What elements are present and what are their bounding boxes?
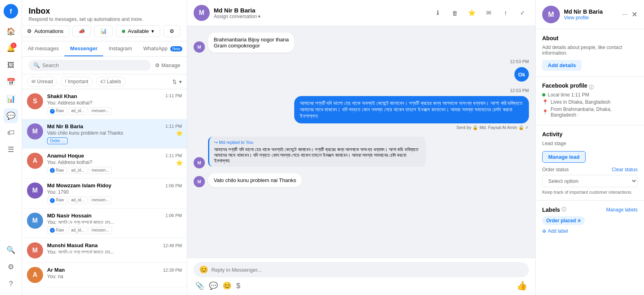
conv-tags: f Raw ad_id... messen... [47, 197, 182, 204]
attach-icon[interactable]: 📎 [195, 281, 204, 290]
remove-label-button[interactable]: × [578, 217, 581, 224]
list-item[interactable]: M Md Mowzzam Islam Ridoy 1:06 PM You: 17… [22, 178, 187, 209]
nav-notif-icon[interactable]: 🔔 1 [4, 41, 18, 55]
gear-button[interactable]: ⚙ [163, 25, 180, 37]
tab-whatsapp[interactable]: WhatsApp New [138, 41, 187, 56]
automations-button[interactable]: ⚙ Automations [21, 25, 69, 37]
message-row: M Brahmanbaria Bijoy nogor thanaGram com… [194, 33, 529, 53]
conv-name: MD Nasir Hossain [47, 213, 92, 219]
conv-time: 1:06 PM [165, 213, 182, 218]
nav-inbox-icon[interactable]: 💬 [4, 109, 18, 123]
conv-name: Shakil Khan [47, 93, 77, 99]
star-action-button[interactable]: ⭐ [465, 6, 478, 19]
email-button[interactable]: ✉ [482, 6, 495, 19]
message-row: M Valo chilo kunu problem nai Thanks [194, 173, 529, 187]
add-details-button[interactable]: Add details [542, 60, 582, 71]
conv-tag: messen... [89, 167, 112, 174]
delete-button[interactable]: 🗑 [448, 6, 461, 19]
emoji-icon[interactable]: 😊 [223, 281, 231, 290]
dollar-icon[interactable]: $ [236, 282, 240, 290]
tab-all-messages[interactable]: All messages [22, 41, 64, 56]
info-button[interactable]: ℹ [431, 6, 444, 19]
list-item[interactable]: M MD Nasir Hossain 1:06 PM You: আপনি যে … [22, 209, 187, 239]
order-status-label: Order status [542, 167, 569, 172]
conv-name: Munshi Masud Rana [47, 242, 98, 248]
list-item[interactable]: A Anamul Hoque 1:11 PM You: Address koth… [22, 149, 187, 179]
manage-lead-button[interactable]: Manage lead [542, 151, 586, 163]
more-options-button[interactable]: ··· [622, 11, 627, 18]
manage-button[interactable]: ⚙ Manage [155, 62, 180, 68]
nav-search-icon[interactable]: 🔍 [4, 243, 18, 257]
reply-bar: 😊 📎 💬 😊 $ 👍 [187, 258, 535, 295]
conv-tag: f Raw [47, 167, 67, 174]
online-dot [542, 93, 545, 96]
add-label-button[interactable]: ⊕ Add label [542, 228, 638, 234]
filter-unread[interactable]: ✉ Unread [27, 77, 57, 86]
nav-chart-icon[interactable]: 📊 [4, 92, 18, 106]
stats-button[interactable]: 📊 [94, 25, 113, 37]
conv-tags: f Raw ad_id... messen... [47, 227, 182, 234]
about-text: Add details about people, like contact i… [542, 45, 638, 56]
exclaim-button[interactable]: ! [499, 6, 512, 19]
chat-icon[interactable]: 💬 [209, 281, 218, 290]
filter-labels[interactable]: 🏷 Labels [96, 77, 125, 86]
star-icon: ⭐ [176, 130, 183, 136]
track-text: Keep track of important customer interac… [542, 190, 638, 195]
nav-settings-icon[interactable]: ⚙ [4, 260, 18, 274]
list-item[interactable]: S Shakil Khan 1:11 PM You: Address kotha… [22, 89, 187, 119]
send-button[interactable]: 👍 [516, 281, 527, 291]
right-user-name: Md Nir B Baria [564, 8, 618, 15]
conv-tag: f Raw [47, 197, 67, 204]
conv-time: 1:06 PM [165, 183, 182, 188]
tab-messenger[interactable]: Messenger [64, 41, 103, 56]
nav-calendar-icon[interactable]: 📅 [4, 75, 18, 89]
search-box[interactable]: 🔍 [29, 60, 151, 71]
list-item[interactable]: M Md Nir B Baria 1:11 PM Valo chilo kunu… [22, 119, 187, 149]
manage-labels-button[interactable]: Manage labels [606, 207, 638, 213]
order-status-select[interactable]: Select option [542, 175, 638, 187]
avatar: A [27, 267, 43, 283]
clear-status-button[interactable]: Clear status [612, 167, 638, 172]
assign-chevron: ▾ [258, 14, 260, 19]
conv-tags: f Raw ad_id... messen... [47, 167, 182, 174]
conv-preview: You: Address kothai? [47, 100, 182, 106]
activity-title: Activity [542, 131, 638, 137]
list-item[interactable]: A Ar Man 12:39 PM You: na [22, 263, 187, 287]
list-item[interactable]: M Munshi Masud Rana 12:48 PM You: আপনি য… [22, 238, 187, 263]
stats-icon: 📊 [100, 28, 107, 34]
filter-sort-icon[interactable]: ⇅ [172, 79, 177, 85]
nav-rail: f 🏠 🔔 1 🖼 📅 📊 💬 🏷 ☰ 🔍 ⚙ ? [0, 0, 22, 295]
reply-input[interactable] [211, 267, 523, 273]
chat-user-name: Md Nir B Baria [214, 7, 260, 14]
assign-conversation[interactable]: Assign conversation ▾ [214, 14, 260, 19]
labels-icon: 🏷 [100, 79, 105, 84]
whatsapp-badge: New [170, 46, 182, 51]
conv-name: Ar Man [47, 267, 65, 273]
check-button[interactable]: ✓ [516, 6, 529, 19]
sent-by-label: Sent by 🔒 Md. Faysal Al Amin 🔒 ✓ [456, 125, 529, 130]
conv-preview: Valo chilo kunu problem nai Thanks [47, 130, 182, 136]
view-profile-link[interactable]: View profile [564, 15, 618, 20]
close-panel-button[interactable]: ✕ [632, 10, 638, 19]
tab-instagram[interactable]: Instagram [103, 41, 138, 56]
reply-input-area[interactable]: 😊 [194, 262, 529, 277]
conv-body: Md Nir B Baria 1:11 PM Valo chilo kunu p… [47, 123, 182, 144]
search-input[interactable] [42, 62, 146, 68]
nav-tag-icon[interactable]: 🏷 [4, 125, 18, 140]
about-title: About [542, 35, 638, 41]
chat-avatar: M [194, 5, 210, 21]
label-tag-text: Order placed [546, 218, 576, 223]
available-dropdown[interactable]: Available ▾ [116, 25, 160, 37]
filter-important[interactable]: ! Important [60, 77, 93, 86]
right-panel: M Md Nir B Baria View profile ··· ✕ Abou… [535, 0, 644, 295]
nav-help-icon[interactable]: ? [4, 277, 18, 291]
conv-time: 12:39 PM [163, 268, 182, 272]
filter-more-icon[interactable]: ▾ [179, 79, 182, 85]
nav-image-icon[interactable]: 🖼 [4, 58, 18, 72]
conv-tag: ad_id... [68, 107, 87, 115]
nav-menu-icon[interactable]: ☰ [4, 142, 18, 157]
nav-home-icon[interactable]: 🏠 [4, 24, 18, 39]
lead-stage-label: Lead stage [542, 141, 566, 146]
unread-icon: ✉ [31, 79, 35, 84]
megaphone-button[interactable]: 📣 [72, 25, 91, 37]
